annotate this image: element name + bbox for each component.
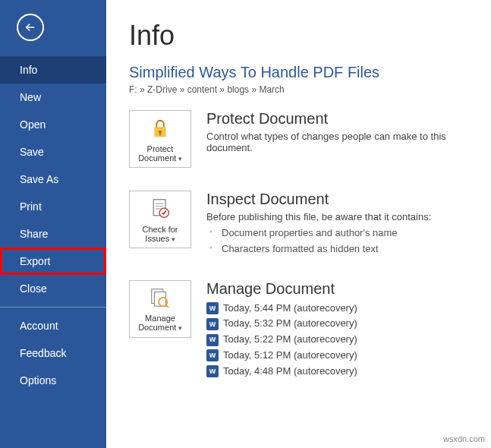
nav-label: Print	[20, 200, 42, 213]
nav-label: Account	[20, 320, 58, 332]
chevron-down-icon: ▾	[176, 324, 182, 332]
protect-document-button[interactable]: Protect Document ▾	[129, 110, 191, 168]
button-label: Manage	[145, 314, 175, 323]
nav-item-save[interactable]: Save	[0, 138, 106, 166]
section-desc: Control what types of changes people can…	[206, 131, 471, 153]
nav-label: Info	[20, 64, 37, 76]
arrow-left-icon	[24, 21, 37, 34]
document-title[interactable]: Simplified Ways To Handle PDF Files	[129, 64, 471, 81]
recovery-item[interactable]: WToday, 5:22 PM (autorecovery)	[206, 332, 471, 348]
nav-item-account[interactable]: Account	[0, 312, 106, 339]
word-file-icon: W	[206, 334, 219, 346]
nav-list: Info New Open Save Save As Print Share E…	[0, 56, 106, 394]
nav-item-share[interactable]: Share	[0, 220, 106, 248]
recovery-item[interactable]: WToday, 5:32 PM (autorecovery)	[206, 316, 471, 332]
check-for-issues-button[interactable]: Check for Issues ▾	[129, 191, 191, 248]
word-file-icon: W	[206, 302, 219, 314]
section-desc: Before publishing this file, be aware th…	[206, 211, 471, 222]
watermark: wsxdn.com	[443, 434, 485, 443]
nav-item-options[interactable]: Options	[0, 367, 106, 394]
main-panel: Info Simplified Ways To Handle PDF Files…	[106, 0, 491, 380]
backstage-sidebar: Info New Open Save Save As Print Share E…	[0, 0, 106, 448]
svg-line-8	[166, 304, 169, 308]
nav-label: Save As	[20, 173, 58, 185]
manage-body: Manage Document WToday, 5:44 PM (autorec…	[206, 280, 471, 380]
section-heading: Protect Document	[206, 110, 471, 128]
document-check-icon	[150, 197, 171, 220]
inspect-body: Inspect Document Before publishing this …	[206, 191, 471, 257]
button-label: Issues	[145, 234, 169, 243]
recovery-list: WToday, 5:44 PM (autorecovery) WToday, 5…	[206, 301, 471, 380]
nav-item-feedback[interactable]: Feedback	[0, 339, 106, 367]
svg-rect-2	[159, 132, 161, 135]
recovery-item[interactable]: WToday, 5:44 PM (autorecovery)	[206, 301, 471, 317]
nav-label: Close	[20, 282, 47, 295]
inspect-bullets: Document properties and author's name Ch…	[206, 226, 471, 257]
nav-item-open[interactable]: Open	[0, 111, 106, 138]
section-heading: Manage Document	[206, 280, 471, 298]
chevron-down-icon: ▾	[169, 235, 175, 243]
recovery-label: Today, 5:44 PM (autorecovery)	[223, 301, 357, 317]
nav-label: Share	[20, 228, 48, 240]
button-label: Protect	[147, 144, 174, 153]
inspect-bullet: Document properties and author's name	[206, 226, 471, 241]
inspect-section: Check for Issues ▾ Inspect Document Befo…	[129, 191, 471, 257]
recovery-label: Today, 5:22 PM (autorecovery)	[223, 332, 357, 348]
nav-item-export[interactable]: Export	[0, 248, 106, 275]
button-label: Check for	[142, 225, 178, 234]
inspect-bullet: Characters formatted as hidden text	[206, 241, 471, 257]
nav-item-save-as[interactable]: Save As	[0, 166, 106, 193]
word-file-icon: W	[206, 318, 219, 330]
recovery-label: Today, 4:48 PM (autorecovery)	[223, 364, 357, 380]
nav-item-close[interactable]: Close	[0, 275, 106, 302]
lock-shield-icon	[149, 117, 172, 140]
back-button[interactable]	[17, 14, 44, 41]
nav-label: Open	[20, 118, 46, 131]
nav-label: Options	[20, 374, 56, 386]
nav-label: New	[20, 91, 41, 103]
word-file-icon: W	[206, 349, 219, 361]
protect-body: Protect Document Control what types of c…	[206, 110, 471, 168]
nav-item-new[interactable]: New	[0, 84, 106, 111]
page-title: Info	[129, 20, 471, 52]
button-label: Document	[138, 153, 176, 162]
recovery-label: Today, 5:12 PM (autorecovery)	[223, 348, 357, 364]
recovery-label: Today, 5:32 PM (autorecovery)	[223, 316, 357, 332]
nav-item-print[interactable]: Print	[0, 193, 106, 220]
breadcrumb[interactable]: F: » Z-Drive » content » blogs » March	[129, 84, 471, 95]
document-stack-icon	[149, 286, 172, 309]
nav-label: Feedback	[20, 347, 66, 359]
manage-section: Manage Document ▾ Manage Document WToday…	[129, 280, 471, 380]
word-file-icon: W	[206, 365, 219, 377]
recovery-item[interactable]: WToday, 5:12 PM (autorecovery)	[206, 348, 471, 364]
nav-item-info[interactable]: Info	[0, 56, 106, 84]
protect-section: Protect Document ▾ Protect Document Cont…	[129, 110, 471, 168]
section-heading: Inspect Document	[206, 191, 471, 208]
nav-label: Save	[20, 146, 44, 158]
manage-document-button[interactable]: Manage Document ▾	[129, 280, 191, 338]
nav-label: Export	[20, 255, 50, 267]
button-label: Document	[138, 323, 176, 332]
chevron-down-icon: ▾	[176, 155, 182, 162]
recovery-item[interactable]: WToday, 4:48 PM (autorecovery)	[206, 364, 471, 380]
nav-separator	[0, 307, 106, 308]
